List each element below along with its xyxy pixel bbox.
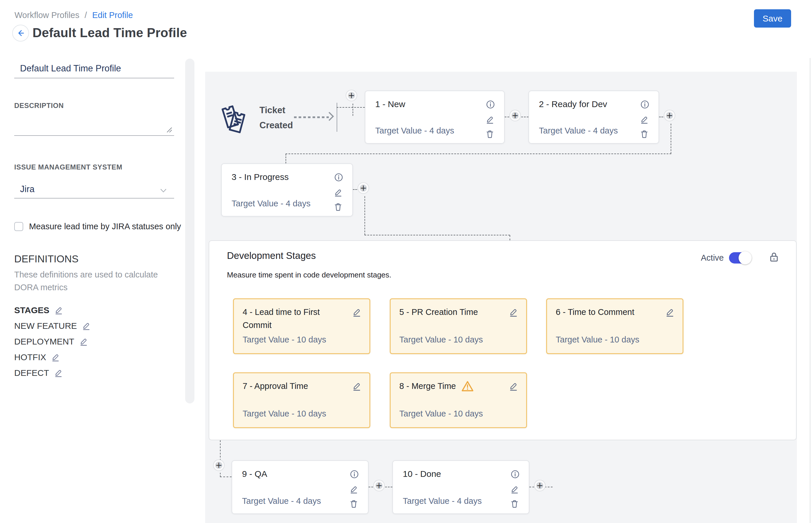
- stage-title: 8 - Merge Time: [399, 380, 456, 393]
- connector: [364, 196, 365, 235]
- connector: [353, 104, 353, 116]
- node-2-ready-for-dev[interactable]: 2 - Ready for Dev Target Value - 4 days: [528, 91, 659, 144]
- stage-7-approval-time[interactable]: 7 - Approval Time Target Value - 10 days: [233, 372, 370, 428]
- node-title: 2 - Ready for Dev: [539, 99, 607, 109]
- description-label: DESCRIPTION: [14, 102, 64, 110]
- connector: [220, 476, 232, 477]
- connector: [364, 235, 510, 235]
- add-stage-button[interactable]: +: [510, 110, 520, 121]
- lock-icon[interactable]: [769, 251, 779, 263]
- edit-icon[interactable]: [485, 115, 494, 124]
- node-title: 1 - New: [375, 99, 405, 109]
- target-value: Target Value - 4 days: [539, 126, 618, 136]
- definitions-heading: DEFINITIONS: [14, 253, 79, 265]
- connector: [671, 124, 671, 154]
- target-value: Target Value - 10 days: [242, 335, 326, 344]
- target-value: Target Value - 10 days: [399, 335, 483, 344]
- edit-icon[interactable]: [508, 307, 518, 317]
- jira-statuses-checkbox-row: Measure lead time by JIRA statuses only: [14, 222, 181, 231]
- active-toggle-label: Active: [701, 253, 724, 263]
- delete-icon[interactable]: [333, 202, 343, 212]
- definitions-subtitle: These definitions are used to calculate …: [14, 268, 171, 294]
- page-scrollbar[interactable]: [810, 58, 811, 523]
- add-stage-button[interactable]: +: [664, 110, 675, 121]
- issue-management-system-label: ISSUE MANAGEMENT SYSTEM: [14, 163, 123, 171]
- resize-handle-icon[interactable]: [166, 127, 173, 133]
- sidebar-item-hotfix[interactable]: HOTFIX: [14, 352, 60, 362]
- info-icon[interactable]: [486, 100, 495, 109]
- sidebar-item-new-feature[interactable]: NEW FEATURE: [14, 321, 91, 331]
- jira-statuses-checkbox-label: Measure lead time by JIRA statuses only: [29, 222, 181, 231]
- target-value: Target Value - 10 days: [399, 409, 483, 418]
- chevron-down-icon: [159, 186, 168, 195]
- issue-management-system-select[interactable]: Jira: [14, 183, 174, 199]
- connector: [510, 235, 510, 240]
- edit-icon[interactable]: [665, 307, 675, 317]
- breadcrumb-workflow-profiles[interactable]: Workflow Profiles: [15, 11, 79, 20]
- edit-icon[interactable]: [508, 381, 518, 391]
- delete-icon[interactable]: [510, 499, 519, 508]
- connector: [286, 154, 671, 154]
- info-icon[interactable]: [640, 100, 649, 109]
- delete-icon[interactable]: [349, 499, 358, 508]
- edit-icon[interactable]: [352, 307, 362, 317]
- edit-icon[interactable]: [333, 188, 343, 197]
- jira-statuses-checkbox[interactable]: [14, 222, 23, 231]
- info-icon[interactable]: [334, 173, 343, 182]
- workflow-profile-editor: Workflow Profiles / Edit Profile Default…: [0, 0, 812, 523]
- add-stage-button[interactable]: +: [346, 90, 357, 101]
- add-stage-button[interactable]: +: [535, 480, 545, 491]
- edit-icon[interactable]: [639, 115, 649, 124]
- info-icon[interactable]: [350, 470, 359, 479]
- edit-icon[interactable]: [79, 337, 88, 346]
- profile-name-input[interactable]: [14, 61, 174, 78]
- node-title: 10 - Done: [403, 469, 441, 479]
- issue-management-system-value: Jira: [20, 184, 35, 195]
- warning-icon[interactable]: [461, 380, 474, 392]
- development-stages-subtitle: Measure time spent in code development s…: [227, 270, 392, 279]
- edit-icon[interactable]: [54, 368, 63, 378]
- node-1-new[interactable]: 1 - New Target Value - 4 days: [365, 91, 505, 144]
- edit-icon[interactable]: [51, 353, 60, 362]
- active-toggle[interactable]: [729, 252, 751, 264]
- stage-6-time-to-comment[interactable]: 6 - Time to Comment Target Value - 10 da…: [546, 299, 683, 354]
- add-stage-button[interactable]: +: [214, 460, 224, 470]
- info-icon[interactable]: [510, 470, 520, 479]
- stage-title: 6 - Time to Comment: [556, 306, 634, 319]
- stage-title: 7 - Approval Time: [242, 380, 308, 393]
- sidebar-item-defect[interactable]: DEFECT: [14, 368, 63, 378]
- save-button[interactable]: Save: [754, 9, 791, 28]
- sidebar-item-deployment[interactable]: DEPLOYMENT: [14, 337, 88, 346]
- stage-title: 4 - Lead time to First Commit: [242, 306, 347, 332]
- stage-5-pr-creation-time[interactable]: 5 - PR Creation Time Target Value - 10 d…: [390, 299, 527, 354]
- add-stage-button[interactable]: +: [374, 480, 384, 491]
- defect-label: DEFECT: [14, 368, 49, 378]
- breadcrumb-edit-profile[interactable]: Edit Profile: [92, 11, 133, 20]
- stage-4-lead-time-to-first-commit[interactable]: 4 - Lead time to First Commit Target Val…: [233, 299, 370, 354]
- back-button[interactable]: [12, 25, 29, 41]
- stage-title: 5 - PR Creation Time: [399, 306, 478, 319]
- node-3-in-progress[interactable]: 3 - In Progress Target Value - 4 days: [221, 163, 353, 217]
- node-9-qa[interactable]: 9 - QA Target Value - 4 days: [232, 460, 368, 514]
- edit-icon[interactable]: [510, 485, 519, 494]
- edit-icon[interactable]: [349, 485, 358, 494]
- breadcrumb: Workflow Profiles / Edit Profile: [15, 11, 133, 20]
- node-10-done[interactable]: 10 - Done Target Value - 4 days: [392, 460, 529, 514]
- description-textarea[interactable]: [14, 115, 174, 136]
- development-stages-title: Development Stages: [227, 250, 316, 261]
- sidebar-scrollbar[interactable]: [185, 59, 195, 403]
- edit-icon[interactable]: [54, 306, 63, 315]
- stages-label: STAGES: [14, 305, 49, 315]
- delete-icon[interactable]: [639, 129, 649, 139]
- target-value: Target Value - 10 days: [242, 409, 326, 418]
- deployment-label: DEPLOYMENT: [14, 337, 74, 346]
- arrow-left-icon: [16, 29, 25, 37]
- add-stage-button[interactable]: +: [358, 183, 368, 193]
- edit-icon[interactable]: [352, 381, 362, 391]
- edit-icon[interactable]: [82, 321, 91, 330]
- connector: [337, 107, 365, 108]
- sidebar-item-stages[interactable]: STAGES: [14, 305, 63, 315]
- delete-icon[interactable]: [485, 129, 494, 139]
- connector: [220, 473, 220, 477]
- stage-8-merge-time[interactable]: 8 - Merge Time Target Value - 10 days: [390, 372, 527, 428]
